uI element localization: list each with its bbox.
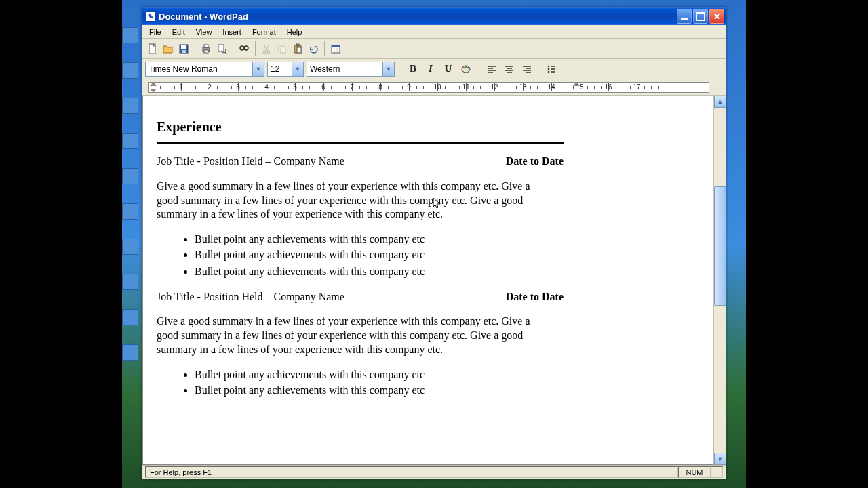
wordpad-window: ✎ Document - WordPad File Edit View Inse… <box>142 7 726 479</box>
ruler-number: 6 <box>321 83 326 91</box>
dropdown-arrow-icon: ▼ <box>292 62 303 76</box>
resize-grip[interactable] <box>711 466 723 478</box>
maximize-button[interactable] <box>693 9 708 24</box>
svg-point-45 <box>548 70 550 73</box>
ruler-number: 5 <box>293 83 297 91</box>
menu-help[interactable]: Help <box>281 26 308 37</box>
open-button[interactable] <box>161 41 176 56</box>
svg-rect-5 <box>204 45 208 47</box>
color-button[interactable] <box>458 62 473 77</box>
bold-button[interactable]: B <box>406 62 420 77</box>
menu-file[interactable]: File <box>144 26 167 37</box>
svg-point-41 <box>548 65 550 67</box>
print-button[interactable] <box>199 41 214 56</box>
standard-toolbar <box>142 39 726 59</box>
svg-rect-7 <box>218 45 224 52</box>
ruler-number: 11 <box>462 83 469 91</box>
job-summary: Give a good summary in a few lines of yo… <box>157 314 550 357</box>
scroll-up-button[interactable]: ▲ <box>714 96 726 108</box>
scroll-down-button[interactable]: ▼ <box>714 453 726 465</box>
minimize-button[interactable] <box>677 9 692 24</box>
section-heading: Experience <box>157 118 702 136</box>
paste-button[interactable] <box>290 41 305 56</box>
cut-button[interactable] <box>259 41 274 56</box>
svg-point-28 <box>467 69 468 70</box>
menu-insert[interactable]: Insert <box>217 26 247 37</box>
svg-rect-3 <box>182 50 186 53</box>
title-bar[interactable]: ✎ Document - WordPad <box>142 7 726 25</box>
undo-button[interactable] <box>306 41 321 56</box>
svg-rect-19 <box>297 47 301 53</box>
ruler-number: 16 <box>604 83 612 91</box>
achievement-list: Bullet point any achievements with this … <box>174 368 554 398</box>
bullets-button[interactable] <box>544 62 559 77</box>
svg-rect-16 <box>281 47 285 53</box>
dropdown-arrow-icon: ▼ <box>252 62 264 76</box>
vertical-scrollbar[interactable]: ▲ ▼ <box>713 96 726 465</box>
ruler-number: 15 <box>576 83 583 91</box>
status-help-text: For Help, press F1 <box>145 466 678 478</box>
ruler-number: 10 <box>433 83 441 91</box>
job-dates: Date to Date <box>506 155 564 169</box>
svg-point-10 <box>240 46 244 50</box>
datetime-button[interactable] <box>328 41 343 56</box>
font-script-value: Western <box>310 64 382 74</box>
svg-rect-2 <box>181 45 186 49</box>
scroll-thumb[interactable] <box>714 186 726 306</box>
achievement-list: Bullet point any achievements with this … <box>174 232 554 279</box>
job-summary: Give a good summary in a few lines of yo… <box>157 180 550 222</box>
menu-format[interactable]: Format <box>247 26 281 37</box>
align-right-button[interactable] <box>519 62 534 77</box>
window-title: Document - WordPad <box>159 12 677 22</box>
ruler-number: 1 <box>179 83 183 91</box>
menu-edit[interactable]: Edit <box>167 26 191 37</box>
svg-point-25 <box>463 66 465 68</box>
svg-point-14 <box>267 51 270 54</box>
svg-rect-18 <box>296 44 299 46</box>
save-button[interactable] <box>176 41 191 56</box>
ruler-number: 12 <box>490 83 498 91</box>
job-dates: Date to Date <box>506 290 564 304</box>
copy-button[interactable] <box>275 41 290 56</box>
close-button[interactable] <box>709 9 724 24</box>
align-left-button[interactable] <box>484 62 499 77</box>
list-item: Bullet point any achievements with this … <box>195 265 554 279</box>
ruler-number: 2 <box>208 83 212 91</box>
status-numlock: NUM <box>678 466 711 478</box>
ruler[interactable]: 1234567891011121314151617 <box>142 79 726 96</box>
font-size-value: 12 <box>271 64 292 74</box>
format-toolbar: Times New Roman ▼ 12 ▼ Western ▼ B I U <box>142 59 726 79</box>
job-title-line: Job Title - Position Held – Company Name <box>157 155 506 169</box>
svg-point-26 <box>465 66 467 67</box>
menu-bar: File Edit View Insert Format Help <box>142 25 726 39</box>
svg-point-13 <box>263 51 266 54</box>
ruler-number: 4 <box>264 83 269 91</box>
font-name-combo[interactable]: Times New Roman ▼ <box>145 62 264 77</box>
job-entry-header: Job Title - Position Held – Company Name… <box>157 290 564 304</box>
svg-point-43 <box>548 68 550 70</box>
left-indent-marker[interactable] <box>150 82 157 86</box>
svg-rect-21 <box>332 45 340 47</box>
svg-rect-6 <box>204 50 208 53</box>
font-name-value: Times New Roman <box>149 64 252 74</box>
job-title-line: Job Title - Position Held – Company Name <box>157 290 506 304</box>
font-size-combo[interactable]: 12 ▼ <box>267 62 304 77</box>
divider-line <box>157 142 564 144</box>
ruler-number: 14 <box>547 83 555 91</box>
svg-point-27 <box>467 66 469 68</box>
italic-button[interactable]: I <box>423 62 438 77</box>
font-script-combo[interactable]: Western ▼ <box>307 62 395 77</box>
print-preview-button[interactable] <box>214 41 229 56</box>
new-button[interactable] <box>145 41 160 56</box>
ruler-number: 7 <box>350 83 354 91</box>
list-item: Bullet point any achievements with this … <box>195 248 554 262</box>
left-hanging-marker[interactable] <box>150 89 157 93</box>
menu-view[interactable]: View <box>191 26 218 37</box>
find-button[interactable] <box>237 41 252 56</box>
list-item: Bullet point any achievements with this … <box>195 232 554 247</box>
document-canvas[interactable]: Experience Job Title - Position Held – C… <box>142 96 713 465</box>
align-center-button[interactable] <box>502 62 517 77</box>
svg-point-11 <box>244 46 248 50</box>
underline-button[interactable]: U <box>441 62 456 77</box>
ruler-number: 9 <box>407 83 411 91</box>
